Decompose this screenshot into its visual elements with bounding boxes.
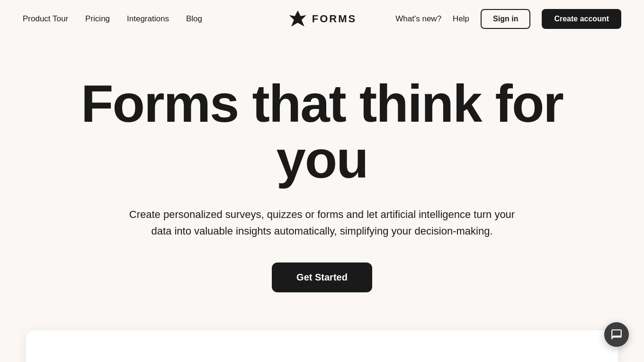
preview-wrapper [0, 330, 644, 362]
hero-title: Forms that think for you [38, 76, 606, 187]
logo[interactable]: FORMS [287, 9, 357, 29]
signin-button[interactable]: Sign in [481, 9, 530, 29]
nav-left: Product TourPricingIntegrationsBlog [23, 14, 202, 24]
chat-icon [610, 328, 623, 341]
preview-card [26, 330, 618, 362]
get-started-button[interactable]: Get Started [272, 262, 372, 292]
logo-icon [287, 9, 308, 29]
main-nav: Product TourPricingIntegrationsBlog FORM… [0, 0, 644, 38]
chat-bubble-button[interactable] [604, 322, 629, 347]
hero-section: Forms that think for you Create personal… [0, 38, 644, 321]
nav-link-integrations[interactable]: Integrations [127, 14, 169, 24]
nav-link-blog[interactable]: Blog [186, 14, 202, 24]
hero-subtitle: Create personalized surveys, quizzes or … [118, 206, 526, 239]
help-link[interactable]: Help [453, 14, 469, 24]
create-account-button[interactable]: Create account [542, 9, 621, 29]
whats-new-link[interactable]: What's new? [395, 14, 441, 24]
nav-link-pricing[interactable]: Pricing [85, 14, 110, 24]
logo-text: FORMS [312, 13, 357, 25]
nav-right: What's new? Help Sign in Create account [395, 9, 621, 29]
nav-link-product-tour[interactable]: Product Tour [23, 14, 68, 24]
